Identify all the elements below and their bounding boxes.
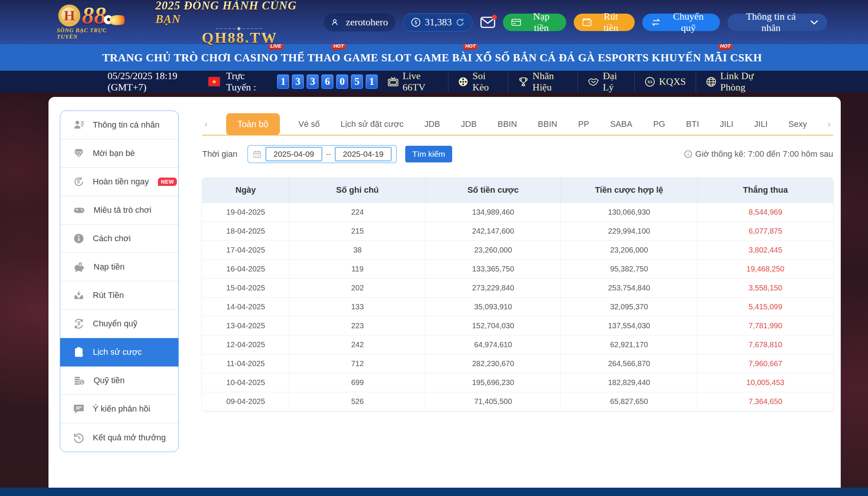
nav-item-label: ESPORTS bbox=[598, 51, 649, 64]
online-counter-digit: 6 bbox=[322, 75, 333, 89]
tab-lich-su-dat-cuoc-2[interactable]: Lịch sử đặt cược bbox=[338, 119, 406, 129]
ticker-link-label: Live 66TV bbox=[403, 70, 438, 93]
tab-bbin-5[interactable]: BBIN bbox=[495, 119, 519, 129]
tabs-scroll-left-icon[interactable]: ‹ bbox=[202, 119, 210, 130]
sidebar-item-moi-ban-be[interactable]: Mời bạn bè bbox=[60, 139, 178, 168]
promo-slogan: 2025 ĐỒNG HÀNH CÙNG BẠN –––––◆––––– QH88… bbox=[155, 0, 324, 45]
tab-jdb-3[interactable]: JDB bbox=[422, 119, 442, 129]
ticker-link-dai-ly[interactable]: Đại Lý bbox=[578, 71, 635, 92]
sidebar-item-mieu-ta-tro-choi[interactable]: Miêu tả trò chơi bbox=[60, 196, 178, 225]
online-label: Trực Tuyến : bbox=[226, 70, 270, 93]
nav-item-label: XỔ SỐ bbox=[475, 51, 510, 64]
site-logo[interactable]: H 88 SÒNG BẠC TRỰC TUYẾN bbox=[57, 5, 129, 40]
svg-text:$: $ bbox=[77, 321, 80, 326]
withdraw-tray-icon: $ bbox=[73, 290, 84, 301]
sidebar-item-nap-tien[interactable]: $Nạp tiền bbox=[60, 253, 178, 281]
ticker-link-link-du-phong[interactable]: Link Dự Phòng bbox=[696, 71, 781, 92]
refresh-balance-icon[interactable] bbox=[456, 18, 465, 27]
table-cell: 10-04-2025 bbox=[202, 373, 289, 392]
nav-item-cskh[interactable]: CSKH bbox=[730, 51, 762, 64]
tab-bti-10[interactable]: BTI bbox=[684, 119, 701, 129]
online-counter: 1336051 bbox=[277, 75, 378, 89]
info-circle-icon bbox=[684, 150, 692, 158]
tab-saba-8[interactable]: SABA bbox=[608, 119, 635, 129]
tab-ve-so-1[interactable]: Vé số bbox=[296, 119, 322, 129]
chevron-down-icon bbox=[810, 19, 819, 25]
balance-amount: 31,383 bbox=[425, 17, 452, 28]
date-range-picker[interactable]: -- bbox=[247, 145, 397, 163]
nav-item-esports[interactable]: ESPORTS bbox=[598, 51, 649, 64]
logo-number: 88 bbox=[82, 5, 106, 27]
table-cell: 6,077,875 bbox=[698, 221, 833, 240]
user-profile-icon bbox=[73, 119, 84, 131]
nav-item-game-bai[interactable]: GAME BÀIHOT bbox=[414, 51, 472, 64]
table-cell: 224 bbox=[289, 203, 426, 221]
sidebar-item-ket-qua-mo-thuong[interactable]: Kết quả mở thưởng bbox=[60, 423, 178, 452]
nav-item-label: CSKH bbox=[730, 51, 762, 64]
table-cell: 7,960,667 bbox=[698, 354, 833, 373]
tab-pg-9[interactable]: PG bbox=[651, 119, 668, 129]
sidebar-item-y-kien-phan-hoi[interactable]: Ý kiến phản hồi bbox=[60, 395, 178, 423]
tab-sexy-13[interactable]: Sexy bbox=[786, 119, 809, 129]
ticker-link-nhan-hieu[interactable]: Nhãn Hiệu bbox=[508, 71, 578, 92]
ticker-link-kqxs[interactable]: XSKQXS bbox=[635, 71, 696, 92]
date-from-input[interactable] bbox=[265, 147, 322, 161]
table-cell: 10,005,453 bbox=[698, 373, 833, 392]
table-cell: 23,206,000 bbox=[560, 240, 698, 259]
nav-item-trang-chu[interactable]: TRANG CHỦ bbox=[102, 51, 171, 64]
sidebar-item-cach-choi[interactable]: Cách chơi bbox=[60, 225, 178, 253]
table-cell: 133,365,750 bbox=[426, 259, 561, 278]
nav-item-the-thao[interactable]: THỂ THAOHOT bbox=[281, 51, 340, 64]
tab-pp-7[interactable]: PP bbox=[576, 119, 592, 129]
ticker-link-label: Link Dự Phòng bbox=[720, 70, 771, 93]
sidebar-item-rut-tien[interactable]: $Rút Tiền bbox=[60, 281, 178, 310]
nav-item-da-ga[interactable]: ĐÁ GÀ bbox=[559, 51, 595, 64]
online-counter-digit: 0 bbox=[336, 75, 348, 89]
table-cell: 182,829,440 bbox=[560, 373, 698, 392]
table-row: 13-04-2025223152,704,030137,554,0307,781… bbox=[202, 316, 833, 335]
tab-jili-12[interactable]: JILI bbox=[752, 119, 770, 129]
sidebar-item-chuyen-quy[interactable]: $Chuyển quỹ bbox=[60, 310, 178, 338]
sidebar-item-label: Lịch sử cược bbox=[93, 347, 142, 357]
tab-bbin-6[interactable]: BBIN bbox=[535, 119, 559, 129]
tab-jdb-4[interactable]: JDB bbox=[459, 119, 479, 129]
table-cell: 65,827,650 bbox=[560, 392, 698, 411]
table-row: 16-04-2025119133,365,75095,382,75019,468… bbox=[202, 259, 833, 278]
nav-item-game-slot[interactable]: GAME SLOT bbox=[343, 51, 411, 64]
online-counter-digit: 3 bbox=[292, 75, 304, 89]
site-header: H 88 SÒNG BẠC TRỰC TUYẾN 2025 ĐỒNG HÀNH … bbox=[0, 0, 868, 44]
profile-menu-button[interactable]: Thông tin cá nhân bbox=[727, 14, 827, 31]
deposit-button[interactable]: Nạp tiền bbox=[503, 14, 566, 31]
tab-toan-bo-0[interactable]: Toàn bộ bbox=[226, 113, 280, 135]
table-cell: 242,147,600 bbox=[426, 221, 561, 240]
sidebar-item-lich-su-cuoc[interactable]: $Lịch sử cược bbox=[60, 338, 178, 367]
ticker-link-label: Đại Lý bbox=[603, 70, 625, 93]
svg-text:$: $ bbox=[77, 179, 80, 184]
nav-item-xo-so[interactable]: XỔ SỐ bbox=[475, 51, 510, 64]
transfer-button[interactable]: Chuyển quỹ bbox=[642, 14, 720, 31]
nav-item-khuyen-mai[interactable]: KHUYẾN MÃIHOT bbox=[652, 51, 727, 64]
sidebar-item-quy-tien[interactable]: $Quỹ tiền bbox=[60, 367, 178, 395]
sidebar-item-hoan-tien-ngay[interactable]: $Hoàn tiền ngayNEW bbox=[60, 168, 178, 196]
table-row: 15-04-2025202273,229,840253,754,8403,558… bbox=[202, 278, 833, 297]
tabs-scroll-right-icon[interactable]: › bbox=[826, 119, 833, 130]
nav-item-ban-ca[interactable]: BẮN CÁ bbox=[513, 51, 556, 64]
ticker-link-soi-keo[interactable]: Soi Kèo bbox=[448, 71, 508, 92]
column-header-tien-cuoc-hop-le: Tiền cược hợp lệ bbox=[560, 178, 698, 203]
tab-jili-11[interactable]: JILI bbox=[718, 119, 735, 129]
date-to-input[interactable] bbox=[335, 147, 392, 161]
flame-icon bbox=[110, 15, 127, 25]
vietnam-flag-icon: ★ bbox=[208, 77, 220, 86]
info-ticker: 05/25/2025 18:19 (GMT+7) ★ Trực Tuyến : … bbox=[0, 71, 868, 92]
withdraw-button[interactable]: Rút tiền bbox=[574, 14, 635, 31]
ticker-link-live-66tv[interactable]: Live 66TV bbox=[378, 71, 448, 92]
nav-item-tro-choi[interactable]: TRÒ CHƠI bbox=[174, 51, 231, 64]
nav-item-casino[interactable]: CASINOLIVE bbox=[234, 51, 278, 64]
logo-ring-letter: H bbox=[58, 5, 80, 27]
search-button[interactable]: Tìm kiếm bbox=[405, 146, 452, 162]
user-pill[interactable]: zerotohero bbox=[324, 13, 395, 31]
table-cell: 16-04-2025 bbox=[202, 259, 289, 278]
messages-button[interactable] bbox=[480, 16, 495, 28]
online-counter-digit: 5 bbox=[351, 75, 363, 89]
sidebar-item-thong-tin-ca-nhan[interactable]: Thông tin cá nhân bbox=[60, 111, 178, 139]
